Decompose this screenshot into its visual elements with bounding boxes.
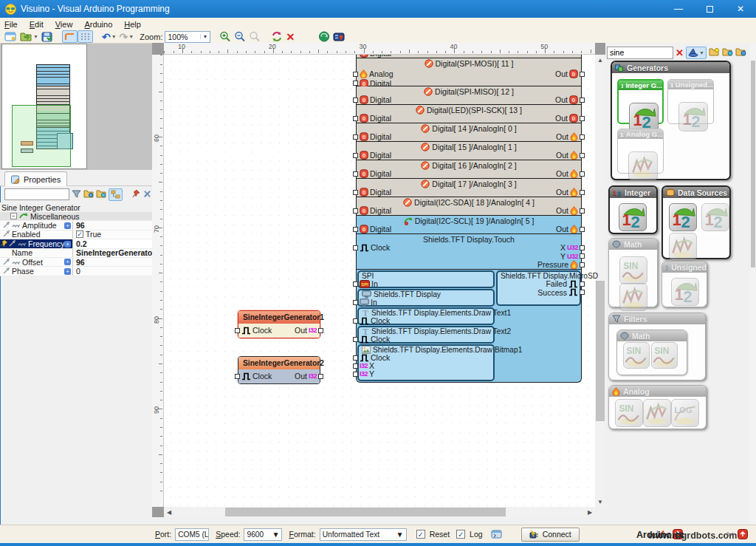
pin-pressure[interactable]: Pressure [443, 260, 585, 269]
palette-item-unsigned-[interactable]: 12Unsigned...12 [667, 79, 714, 124]
pin-out[interactable]: Out [443, 206, 585, 215]
pin-connector[interactable] [353, 364, 358, 369]
pin-connector[interactable] [353, 171, 358, 177]
pin-connector[interactable] [353, 134, 358, 140]
pin-connector[interactable] [580, 290, 585, 295]
pin-connector[interactable] [580, 72, 585, 77]
palette-item[interactable]: SIN [619, 256, 647, 284]
pin-connector[interactable] [580, 116, 585, 121]
palette-item[interactable]: SIN [651, 342, 678, 369]
palette-item[interactable]: 12 [701, 203, 729, 231]
palette-item-integer-g-[interactable]: 12Integer G...12 [617, 79, 664, 124]
category-analog[interactable]: AnalogSINLOG [608, 385, 707, 429]
zoom-reset-button[interactable] [247, 30, 262, 43]
pin-connector[interactable] [353, 98, 358, 103]
palette-item[interactable] [669, 233, 697, 261]
property-row-frequency[interactable]: Frequency+0.2 [0, 239, 152, 248]
menu-file[interactable]: File [4, 20, 18, 29]
pin-connector[interactable] [318, 328, 323, 333]
category-header[interactable]: 12Unsigned [662, 262, 707, 273]
expand-property-icon[interactable]: + [64, 241, 71, 248]
wizard-icon[interactable]: ▼ [686, 47, 707, 59]
zoom-out-button[interactable] [233, 30, 247, 43]
pin-connector[interactable] [353, 355, 358, 361]
pin-connector[interactable] [580, 253, 585, 259]
pin-connector[interactable] [353, 245, 358, 250]
pin-connector[interactable] [580, 190, 585, 195]
pin-failed[interactable]: Failed [487, 279, 585, 288]
save-project-button[interactable] [40, 30, 55, 43]
pin-connector[interactable] [353, 318, 358, 324]
pin-out[interactable]: Out [443, 188, 585, 197]
minimap[interactable] [1, 44, 87, 169]
palette-options-icon[interactable] [709, 47, 720, 58]
pin-connector[interactable] [580, 134, 585, 140]
pin-connector[interactable] [235, 374, 240, 379]
component-header[interactable]: 12SineIntegerGenerator1 [238, 311, 320, 324]
pin-connector[interactable] [580, 171, 585, 177]
speed-select[interactable]: 9600▼ [244, 528, 282, 541]
tree-view-toggle[interactable] [109, 188, 123, 201]
help-web-button[interactable] [317, 30, 331, 43]
property-row-enabled[interactable]: Enabled✓True [0, 231, 152, 239]
pin-out[interactable]: Out0 [443, 114, 585, 123]
pin-out[interactable]: Out0 [443, 95, 585, 104]
palette-item-analog-g-[interactable]: 12Analog G... [617, 129, 664, 174]
scroll-left-arrow[interactable]: ◀ [164, 507, 174, 517]
close-button[interactable]: ✕ [725, 0, 756, 18]
pin-connector[interactable] [353, 190, 358, 195]
palette-scroll-thumb[interactable] [751, 61, 755, 267]
route-wires-toggle[interactable] [62, 30, 78, 43]
collapse-categories-icon[interactable] [96, 189, 106, 199]
scroll-right-arrow[interactable]: ▶ [585, 507, 595, 517]
upload-to-arduino-button[interactable] [331, 30, 347, 43]
pin-connector[interactable] [353, 153, 358, 158]
pin-connector[interactable] [353, 116, 358, 121]
expand-property-icon[interactable]: + [64, 259, 71, 265]
palette-item[interactable]: 12 [671, 278, 699, 306]
pin-connector[interactable] [580, 281, 585, 287]
filter-icon[interactable] [72, 189, 81, 200]
canvas-horizontal-scrollbar[interactable]: ◀ ▶ [164, 507, 595, 517]
category-header[interactable]: Filters [609, 313, 705, 324]
pin-connector[interactable] [353, 81, 358, 86]
pin-connector[interactable] [580, 262, 585, 267]
pin-connector[interactable] [353, 281, 358, 287]
open-project-button[interactable]: ▼ [18, 30, 40, 43]
properties-settings-icon[interactable] [142, 189, 152, 200]
pin-out[interactable]: Out [443, 169, 585, 178]
subcategory-math[interactable]: MathSINSIN [616, 330, 687, 375]
zoom-in-button[interactable] [218, 30, 233, 43]
component-search-input[interactable] [607, 47, 673, 59]
category-math[interactable]: MathSIN [608, 238, 658, 307]
palette-scrollbar[interactable] [750, 43, 756, 525]
category-header[interactable]: Analog [609, 386, 706, 397]
vertical-scroll-thumb[interactable] [596, 281, 605, 421]
property-value[interactable]: 0 [72, 267, 152, 275]
pin-x[interactable]: XU32 [443, 243, 585, 252]
palette-item[interactable] [643, 399, 671, 427]
property-row-phase[interactable]: Phase+0 [0, 267, 152, 276]
pin-connector[interactable] [235, 328, 240, 333]
pin-out[interactable]: Out [443, 225, 585, 233]
pin-connector[interactable] [353, 208, 358, 214]
property-value[interactable]: 0.2 [72, 239, 152, 248]
checkbox-icon[interactable]: ✓ [76, 231, 83, 238]
pin-connector[interactable] [580, 98, 585, 103]
palette-item[interactable]: LOG [671, 399, 699, 427]
expand-categories-icon[interactable] [83, 189, 94, 199]
menu-arduino[interactable]: Arduino [84, 20, 112, 29]
category-unsigned[interactable]: 12Unsigned12 [662, 261, 707, 307]
pin-clock[interactable]: Clock [353, 335, 486, 344]
palette-item[interactable] [619, 283, 647, 311]
pin-out[interactable]: Out [443, 151, 585, 160]
property-value[interactable]: 96 [72, 221, 152, 229]
property-value[interactable]: ✓True [72, 231, 152, 239]
redo-button[interactable]: ↷▼ [118, 30, 136, 43]
component-header[interactable]: 12SineIntegerGenerator2 [238, 357, 320, 369]
menu-edit[interactable]: Edit [30, 20, 44, 29]
delete-button[interactable]: ✕ [284, 30, 296, 43]
pin-properties-icon[interactable] [131, 189, 140, 199]
category-header[interactable]: Math [609, 239, 657, 250]
pin-connector[interactable] [353, 300, 358, 305]
